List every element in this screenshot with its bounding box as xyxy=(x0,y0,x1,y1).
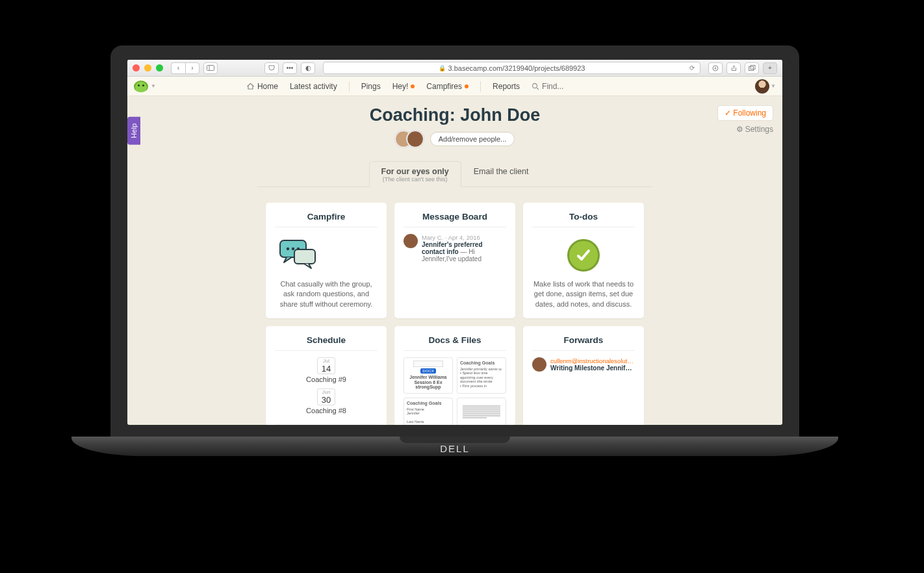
account-menu-caret-icon[interactable]: ▼ xyxy=(151,83,156,89)
nav-pings[interactable]: Pings xyxy=(361,82,381,91)
nav-home[interactable]: Home xyxy=(246,82,278,91)
nav-hey[interactable]: Hey! xyxy=(392,82,415,91)
lock-icon: 🔒 xyxy=(439,65,446,71)
event-title: Coaching #8 xyxy=(275,407,378,414)
close-window-icon[interactable] xyxy=(133,64,140,71)
schedule-card[interactable]: Schedule Jul 14 Coaching #9 Jun 30 xyxy=(266,326,387,425)
people-row: Add/remove people... xyxy=(140,131,769,147)
event-title: Coaching #9 xyxy=(275,376,378,383)
visibility-tabs: For our eyes only (The client can't see … xyxy=(257,160,652,187)
user-menu-caret-icon[interactable]: ▼ xyxy=(771,83,776,89)
campfire-card[interactable]: Campfire Chat casually with the group, a… xyxy=(266,203,387,318)
author-avatar xyxy=(404,234,418,248)
card-title: Schedule xyxy=(275,335,378,351)
nav-latest-activity[interactable]: Latest activity xyxy=(290,82,337,91)
card-title: Docs & Files xyxy=(404,335,506,351)
nav-back-forward: ‹ › xyxy=(171,62,199,74)
docs-grid: DOCX Jennifer Williams Session 6 Ex stro… xyxy=(404,357,506,425)
project-title: Coaching: John Doe xyxy=(140,105,769,125)
settings-link[interactable]: ⚙ Settings xyxy=(736,125,773,134)
project-header: ✓ Following ⚙ Settings Coaching: John Do… xyxy=(127,96,782,153)
project-page: Help ✓ Following ⚙ Settings Coaching: Jo… xyxy=(127,96,782,425)
doc-preview: Jennifer primarily wants to • Spend less… xyxy=(460,367,503,388)
sidebar-button[interactable] xyxy=(203,62,218,74)
gear-icon: ⚙ xyxy=(736,125,743,134)
minimize-window-icon[interactable] xyxy=(144,64,151,71)
extensions-button[interactable]: ••• xyxy=(283,62,297,74)
downloads-button[interactable] xyxy=(708,62,723,74)
screen-bezel: ‹ › ••• ◐ 🔒 3.basecamp.com/3219940/proje… xyxy=(110,45,799,437)
reload-icon[interactable]: ⟳ xyxy=(689,64,695,71)
nav-search[interactable] xyxy=(532,82,574,91)
address-bar[interactable]: 🔒 3.basecamp.com/3219940/projects/689923… xyxy=(323,62,700,74)
main-nav: Home Latest activity Pings Hey! Campfire… xyxy=(246,81,574,92)
pocket-button[interactable] xyxy=(264,62,279,74)
following-button[interactable]: ✓ Following xyxy=(717,105,773,121)
nav-campfires[interactable]: Campfires xyxy=(426,82,468,91)
basecamp-logo-icon[interactable] xyxy=(134,81,148,92)
doc-thumbnail-icon xyxy=(460,401,503,424)
search-input[interactable] xyxy=(542,82,574,91)
nav-separator xyxy=(349,81,350,92)
back-button[interactable]: ‹ xyxy=(171,62,185,74)
tab-email-client[interactable]: Email the client xyxy=(461,161,541,187)
schedule-item[interactable]: Jun 30 Coaching #8 xyxy=(275,388,378,420)
laptop-notch xyxy=(400,437,510,443)
calendar-icon: Jun 30 xyxy=(317,388,335,405)
card-title: Forwards xyxy=(532,335,635,351)
doc-item[interactable]: DOCX Jennifer Williams Session 6 Ex stro… xyxy=(404,357,453,394)
schedule-item[interactable]: Jul 14 Coaching #9 xyxy=(275,357,378,388)
card-description: Chat casually with the group, ask random… xyxy=(275,279,378,309)
message-board-card[interactable]: Message Board Mary C. · Apr 4, 2016 Jenn… xyxy=(394,203,515,318)
user-avatar[interactable] xyxy=(755,79,769,94)
forward-item[interactable]: cullenm@instructionalesolutions.com (v..… xyxy=(532,357,635,372)
docs-files-card[interactable]: Docs & Files DOCX Jennifer Williams Sess… xyxy=(394,326,515,425)
dell-logo: DELL xyxy=(440,443,470,454)
notification-dot-icon xyxy=(465,84,468,88)
sender-avatar xyxy=(532,357,546,372)
forward-from: cullenm@instructionalesolutions.com (v..… xyxy=(550,357,635,364)
zoom-window-icon[interactable] xyxy=(156,64,163,71)
laptop-base: DELL xyxy=(71,437,838,456)
doc-name: Coaching Goals xyxy=(460,361,503,366)
nav-reports[interactable]: Reports xyxy=(493,82,520,91)
svg-point-9 xyxy=(292,248,294,250)
svg-line-6 xyxy=(537,88,539,90)
card-description: Make lists of work that needs to get don… xyxy=(532,279,635,309)
forward-subject: Writing Milestone Jennifer Wil... xyxy=(550,364,635,372)
add-remove-people-button[interactable]: Add/remove people... xyxy=(430,132,515,146)
svg-rect-0 xyxy=(207,66,214,71)
tab-internal[interactable]: For our eyes only (The client can't see … xyxy=(369,161,461,187)
todos-card[interactable]: To-dos Make lists of work that needs to … xyxy=(523,203,644,318)
new-tab-button[interactable]: + xyxy=(763,62,777,74)
shield-button[interactable]: ◐ xyxy=(301,62,315,74)
svg-rect-4 xyxy=(751,66,755,70)
person-avatar[interactable] xyxy=(407,131,424,147)
card-title: Campfire xyxy=(275,212,378,227)
message-item[interactable]: Mary C. · Apr 4, 2016 Jennifer's preferr… xyxy=(404,234,506,262)
forward-button[interactable]: › xyxy=(185,62,199,74)
tabs-button[interactable] xyxy=(745,62,759,74)
doc-name: Coaching Goals xyxy=(407,401,450,406)
message-meta: Mary C. · Apr 4, 2016 xyxy=(422,234,506,241)
share-button[interactable] xyxy=(726,62,741,74)
checkmark-icon xyxy=(567,239,600,272)
home-icon xyxy=(246,83,255,90)
card-title: To-dos xyxy=(532,212,635,227)
calendar-icon: Jul 14 xyxy=(317,357,335,374)
app-nav-bar: ▼ Home Latest activity Pings Hey! xyxy=(127,77,782,96)
window-controls xyxy=(133,64,163,71)
docx-badge: DOCX xyxy=(420,368,435,374)
divider xyxy=(275,424,378,424)
forwards-card[interactable]: Forwards cullenm@instructionalesolutions… xyxy=(523,326,644,425)
doc-item[interactable]: Coaching Goals Jennifer primarily wants … xyxy=(457,357,506,394)
svg-point-5 xyxy=(533,83,537,88)
doc-item[interactable] xyxy=(457,398,506,425)
svg-rect-3 xyxy=(749,67,753,71)
nav-separator xyxy=(480,81,481,92)
laptop-frame: ‹ › ••• ◐ 🔒 3.basecamp.com/3219940/proje… xyxy=(110,45,799,456)
chat-bubbles-icon xyxy=(275,238,378,273)
card-title: Message Board xyxy=(404,212,506,227)
doc-item[interactable]: Coaching Goals First Name Jennifer Last … xyxy=(404,398,453,425)
screen: ‹ › ••• ◐ 🔒 3.basecamp.com/3219940/proje… xyxy=(127,60,782,425)
